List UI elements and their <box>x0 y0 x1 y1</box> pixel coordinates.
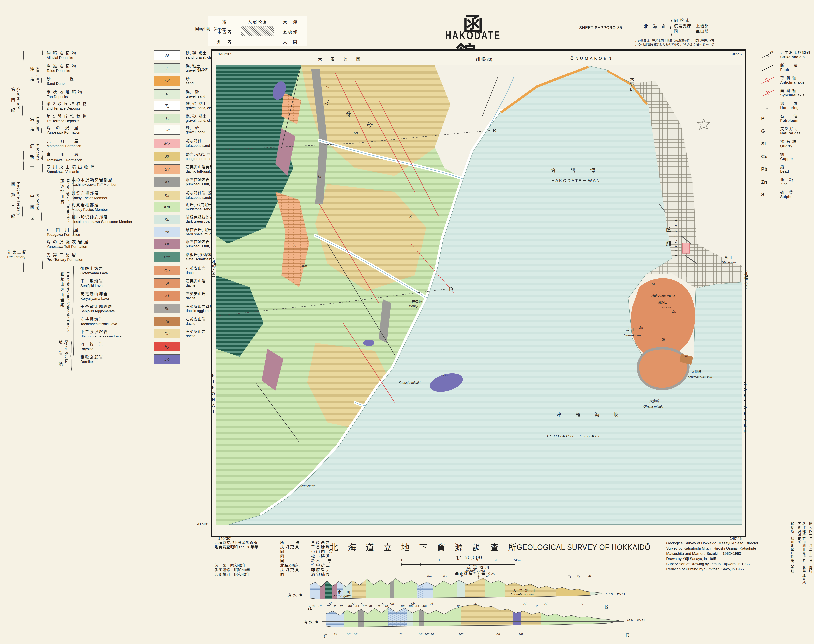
legend-unit-name-jp: 沖 積 堆 積 物 <box>47 50 150 56</box>
symbol-label-en: Lead <box>780 169 789 173</box>
index-map-cell: 東 海 <box>274 17 307 26</box>
note-line: この地図は、建設省国土地理院の承認を得て、同院発行の5万 <box>635 39 714 43</box>
legend-unit-name-en: Alluvial Deposits <box>47 56 150 60</box>
legend-swatch-code: Sd <box>164 79 169 83</box>
section-unit-label: Km <box>352 602 356 605</box>
sea-label-hakodatewan-jp: 函 館 湾 <box>550 166 600 173</box>
section-unit-label: Kb <box>411 602 415 605</box>
colophon-line: 印刷所 緑川地図印刷株式会社 <box>790 522 795 587</box>
symbol-legend-row: 背 斜 軸Anticlinal axis <box>761 75 813 87</box>
section-cd-river2-en: Ōtōbetsu-gawa <box>511 592 534 596</box>
section-cd-letter-d: D <box>625 632 630 638</box>
legend-swatch-code: Kb <box>164 217 169 222</box>
legend-unit-names: 扇 状 地 堆 積 物Fan Deposits <box>47 89 150 99</box>
legend-swatch-code: Ks <box>164 193 169 198</box>
sea-label-tsugaru-jp: 津 軽 海 峡 <box>556 411 623 418</box>
legend-swatch-code: Ya <box>165 230 169 235</box>
legend-swatch-code: Sl <box>165 281 169 286</box>
symbol-label-jp: 石 油 <box>780 113 798 119</box>
legend-swatch-code: F <box>166 92 168 97</box>
credit-line-en: Survey by Katsutoshi Mitani, Hiroshi Osa… <box>666 546 758 551</box>
legend-unit-names: 湯 の 沢 層Yunosawa Formation <box>47 125 150 135</box>
symbol-label-jp: 断 層 <box>780 62 798 68</box>
legend-era-jp: 新 第 三 紀 <box>10 182 16 219</box>
legend-unit-name-en: Tomikawa Formation <box>47 157 150 162</box>
symbol-spring-icon <box>761 101 778 111</box>
symbol-legend-text: 亜 鉛Zinc <box>780 177 793 186</box>
symbol-legend-text: 温 泉Hot spring <box>780 101 799 110</box>
coord-br-lon: 140°45′ <box>730 536 742 541</box>
section-unit-label: Kt <box>431 632 434 635</box>
section-unit-label: Kb <box>419 632 422 635</box>
credit-cell: 北海道立地下資源調査所 <box>215 540 280 545</box>
symbol-syncline-icon <box>761 88 778 98</box>
legend-era-label: 脈 岩 類Dyke Rocks <box>58 340 68 367</box>
symbol-label-jp: 亜 鉛 <box>780 177 793 182</box>
legend-swatch: Sv <box>154 164 180 174</box>
symbol-label-jp: 銅 <box>780 151 793 157</box>
legend-swatch: Pre <box>154 252 180 262</box>
symbol-label-jp: 鉛 <box>780 164 789 169</box>
scale-subdivision <box>401 564 404 565</box>
legend-swatch: Sd <box>154 76 180 86</box>
map-unit-code: Kt <box>318 175 321 179</box>
legend-era-en: Mohejigawa Formation <box>66 179 70 223</box>
legend-swatch-code: T <box>166 66 168 71</box>
edge-label-sapporo86: (札幌-86) <box>743 270 749 289</box>
map-unit-code: Ta <box>685 354 688 358</box>
place-hakodateyama-en: Hakodate-yama <box>651 294 675 297</box>
symbol-label-jp: 向 斜 軸 <box>780 88 805 93</box>
symbol-label-en: Natural gas <box>780 131 801 135</box>
legend-era-jp: 鮮 新 世 <box>29 144 35 171</box>
legend-swatch-code: Al <box>165 53 169 58</box>
legend-swatch: Mo <box>154 139 180 148</box>
credit-cell <box>215 554 280 558</box>
symbol-legend-row: St採 石 場Quarry <box>761 139 813 150</box>
credit-cell <box>215 558 280 563</box>
credit-cell: 同 <box>280 558 311 563</box>
legend-era-jp: 茂辺地川層 <box>59 179 65 223</box>
colophon-line: 著作権所有印刷兼発行者 北海道立地下資源調査所 <box>797 522 806 587</box>
legend-unit-names: 湯 の 沢 凝 灰 岩 層Yunosawa Tuff Formation <box>47 239 150 249</box>
symbol-fault-icon <box>761 62 778 73</box>
credit-cell: 地質調査昭和37～38年年 <box>215 545 280 549</box>
legend-era-jp: 沖 積 <box>29 67 35 84</box>
symbol-legend-text: 背 斜 軸Anticlinal axis <box>780 75 805 84</box>
section-unit-label: Do <box>519 632 523 635</box>
legend-era-en: Alluvium <box>35 67 40 84</box>
section-unit-label: Al <box>545 602 547 605</box>
legend-unit-name-en: Fan Deposits <box>47 95 150 99</box>
legend-swatch: T₁ <box>154 113 180 123</box>
section-unit-label: Km <box>459 632 464 635</box>
index-map-cell <box>241 26 274 36</box>
legend-era-label: 沖 積Alluvium <box>29 67 40 84</box>
symbol-letter-G: G <box>761 126 778 136</box>
legend-era-label: 新 第 三 紀Neogene Tertiary <box>10 182 21 219</box>
svg-text:20: 20 <box>770 50 773 53</box>
section-unit-label: Ya <box>399 632 402 635</box>
section-unit-label: Km <box>390 602 394 605</box>
section-point-b: B <box>493 127 496 134</box>
legend-era-en: Dilvium <box>35 117 40 132</box>
sheet-number-label: 図幅札幌－第85号 <box>195 26 226 31</box>
place-tachimachi-jp: 立待崎 <box>691 369 701 374</box>
map-unit-code: Sl <box>662 338 665 342</box>
legend-swatch: Da <box>154 329 180 339</box>
legend-swatch: Ry <box>154 342 180 351</box>
symbol-anticline-icon <box>761 75 778 86</box>
symbol-label-en: Copper <box>780 157 793 161</box>
legend-unit-name-en: Yunosawa Formation <box>47 130 150 135</box>
legend-brace: { <box>69 341 73 365</box>
credit-cell: 北海道嘱託 <box>280 563 311 568</box>
page-title-en: HAKODATE <box>436 28 510 42</box>
sheet-ref-label: SHEET SAPPORO-85 <box>579 25 622 30</box>
legend-era-en: Pliocene <box>35 144 40 171</box>
section-unit-label: Kt <box>382 602 384 605</box>
legend-brace: { <box>22 150 25 251</box>
section-ab-river-en: Moheji-gawa <box>465 569 484 573</box>
map-unit-code: Km <box>302 264 307 268</box>
legend-unit-name-en: Talus Deposits <box>47 69 150 73</box>
coord-tl-lat: 41°50′ <box>197 67 208 72</box>
symbol-legend-row: Cu銅Copper <box>761 151 813 163</box>
section-unit-label: T₁ <box>568 575 571 578</box>
